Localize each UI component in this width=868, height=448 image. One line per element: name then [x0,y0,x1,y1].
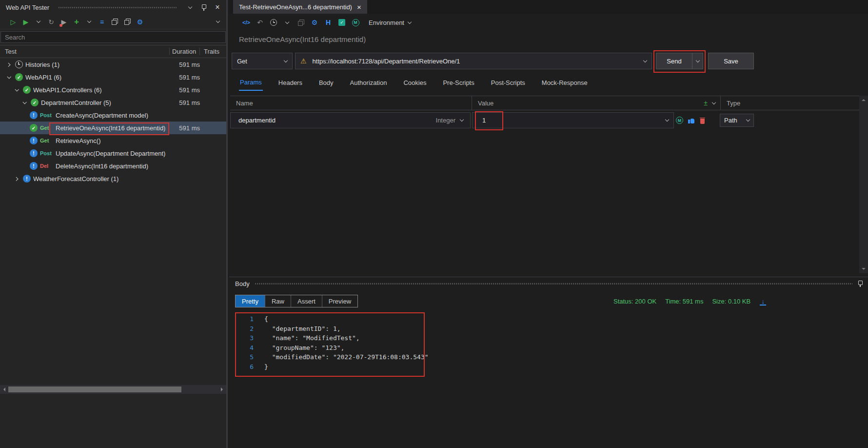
add-dropdown-chevron-icon[interactable] [84,16,95,28]
horizontal-scrollbar[interactable] [0,385,226,394]
settings-gear-icon[interactable]: ⚙ [135,16,145,28]
test-tree-item[interactable]: !PostCreateAsync(Department model) [0,109,226,122]
request-toolbar: </> ↶ ⚙ H ✓ M Environment [229,14,868,31]
response-body-code[interactable]: 1{2 "departmentID": 1,3 "name": "Modifie… [229,314,429,371]
test-tree-item[interactable]: !DelDeleteAsync(Int16 departmentid) [0,160,226,172]
tree-expander-chevron-icon[interactable] [5,61,13,68]
request-tab-headers[interactable]: Headers [277,77,303,90]
request-tab-authorization[interactable]: Authorization [349,77,388,90]
value-chevron-icon[interactable] [665,118,669,122]
scrollbar-thumb[interactable] [8,387,181,392]
tree-expander-chevron-icon[interactable] [13,175,20,183]
mock-icon[interactable]: M [676,117,683,124]
test-tree-item[interactable]: ✓WebAPI1 (6)591 ms [0,71,226,83]
scroll-up-arrow-icon[interactable] [859,96,868,104]
vertical-scrollbar[interactable] [859,96,868,273]
tree-expander-chevron-icon[interactable] [13,86,20,94]
value-options-chevron-icon[interactable] [712,100,716,104]
document-tab[interactable]: Test-RetrieveOneAsyn...6 departmentid) × [233,0,367,14]
download-icon[interactable]: ↓ [759,298,767,305]
column-header-test[interactable]: Test [0,48,169,55]
param-name-cell[interactable]: departmentid Integer [230,112,471,128]
run-icon[interactable]: ▶ [20,16,31,28]
url-input[interactable]: ⚠ https://localhost:7128/api/Department/… [295,53,652,69]
size-badge: Size: 0.10 KB [712,298,750,305]
response-tab-assert[interactable]: Assert [291,295,322,307]
method-dropdown[interactable]: Get [232,53,293,69]
test-tree-item[interactable]: ✓WebAPI1.Controllers (6)591 ms [0,83,226,96]
add-icon[interactable]: + [71,16,82,28]
thumbs-up-icon[interactable] [688,117,695,123]
bulk-edit-icon[interactable]: ± [704,99,708,107]
response-body-header: Body [229,277,868,290]
param-type-value: Path [724,117,737,124]
headers-h-icon[interactable]: H [323,17,334,28]
pin-icon[interactable] [857,280,863,287]
run-all-icon[interactable]: ▷ [8,16,19,28]
duplicate-icon[interactable] [296,17,306,28]
validation-icon[interactable]: ✓ [336,17,347,28]
request-tab-body[interactable]: Body [318,77,335,90]
test-tree-item[interactable]: !PostUpdateAsync(Department Department) [0,147,226,160]
request-tab-mock-response[interactable]: Mock-Response [541,77,589,90]
toolbar-overflow-chevron-icon[interactable] [213,16,223,28]
code-line-number: 4 [229,344,254,351]
test-tree-item[interactable]: ✓DepartmentController (5)591 ms [0,96,226,109]
param-datatype-dropdown[interactable]: Integer [436,117,465,124]
test-tree-item[interactable]: ✓GetRetrieveOneAsync(Int16 departmentid)… [0,122,226,134]
scroll-right-arrow-icon[interactable] [218,385,226,394]
param-value-cell[interactable]: 1 [472,112,674,128]
response-tab-pretty[interactable]: Pretty [236,295,265,307]
collapse-all-icon[interactable] [122,16,133,28]
url-dropdown-chevron-icon[interactable] [643,58,647,62]
response-tab-raw[interactable]: Raw [265,295,291,307]
undo-icon[interactable]: ↶ [255,17,265,28]
window-menu-chevron-icon[interactable] [185,2,195,12]
response-view-tabs: PrettyRawAssertPreview [235,295,358,307]
column-header-duration[interactable]: Duration [169,48,199,55]
param-type-dropdown[interactable]: Path [720,114,754,127]
request-tabs: ParamsHeadersBodyAuthorizationCookiesPre… [239,76,589,91]
request-tab-params[interactable]: Params [239,77,263,91]
delete-param-icon[interactable] [700,117,705,124]
params-column-value-label: Value [478,100,493,107]
response-tab-preview[interactable]: Preview [322,295,357,307]
method-dropdown-chevron-icon [284,58,288,62]
close-icon[interactable]: × [213,2,222,12]
code-line-number: 6 [229,363,254,370]
pin-icon[interactable] [199,2,209,12]
code-line-number: 5 [229,353,254,361]
code-view-icon[interactable]: </> [241,17,252,28]
send-options-chevron[interactable] [692,53,703,69]
tree-expander-chevron-icon[interactable] [20,99,28,106]
environment-selector[interactable]: Environment [369,19,411,26]
search-input[interactable] [0,31,226,43]
refresh-icon[interactable]: ↻ [46,16,57,28]
test-tree-item[interactable]: !WeatherForecastController (1) [0,172,226,185]
drag-grip-texture [58,6,177,9]
test-name-label: DeleteAsync(Int16 departmentid) [56,163,148,170]
test-notrun-icon: ! [30,111,38,119]
send-button[interactable]: Send [656,53,692,69]
expand-all-icon[interactable] [109,16,120,28]
request-tab-post-scripts[interactable]: Post-Scripts [490,77,526,90]
tab-close-icon[interactable]: × [357,3,361,11]
request-editor-panel: Test-RetrieveOneAsyn...6 departmentid) ×… [229,0,868,448]
hierarchy-icon[interactable]: ≡ [97,16,107,28]
scroll-down-arrow-icon[interactable] [859,265,868,273]
scroll-left-arrow-icon[interactable] [0,385,8,394]
request-tab-pre-scripts[interactable]: Pre-Scripts [442,77,475,90]
column-header-traits[interactable]: Traits [199,48,226,55]
history-dropdown-chevron-icon[interactable] [282,17,293,28]
test-tree: Histories (1)591 ms✓WebAPI1 (6)591 ms✓We… [0,58,226,185]
tree-expander-chevron-icon[interactable] [5,73,13,81]
run-dropdown-chevron-icon[interactable] [33,16,44,28]
request-tab-cookies[interactable]: Cookies [402,77,427,90]
settings-gear-icon[interactable]: ⚙ [309,17,320,28]
mock-icon[interactable]: M [350,17,361,28]
test-tree-item[interactable]: !GetRetrieveAsync() [0,134,226,147]
history-clock-icon[interactable] [268,17,279,28]
run-failed-icon[interactable]: ▶ [59,16,69,28]
test-tree-item[interactable]: Histories (1)591 ms [0,58,226,71]
save-button[interactable]: Save [708,53,754,69]
